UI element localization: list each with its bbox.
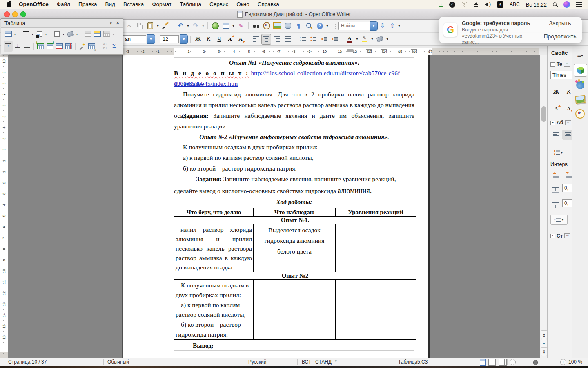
collapse-icon[interactable]: −	[550, 62, 555, 67]
redo-button[interactable]: ↷	[191, 20, 200, 31]
draw-functions-button[interactable]: ✎	[236, 20, 246, 31]
increase-spacing-button[interactable]	[550, 170, 562, 180]
zoom-slider-thumb[interactable]	[533, 360, 538, 365]
exp2-actions-cell[interactable]: К полученным осадкам в двух пробирках пр…	[174, 280, 254, 340]
highlight-button[interactable]: ✎	[360, 34, 370, 45]
help-button[interactable]: ?	[315, 20, 325, 31]
hyperlink-button[interactable]	[210, 20, 220, 31]
zoom-button[interactable]	[304, 20, 314, 31]
font-color-button[interactable]: А	[345, 34, 354, 45]
apple-menu-icon[interactable]	[7, 2, 11, 7]
styles-deck-button[interactable]	[574, 79, 586, 91]
sort-button[interactable]: А↓Я↑	[100, 41, 109, 52]
document-page[interactable]: Опыт №1 «Получение гидроксида алюминия».…	[122, 55, 430, 358]
notification-center-icon[interactable]	[576, 2, 582, 7]
wifi-icon[interactable]	[461, 2, 468, 7]
notification-close-button[interactable]: Закрыть	[538, 17, 582, 30]
menu-tools[interactable]: Сервис	[205, 0, 232, 9]
insert-table-button[interactable]	[221, 20, 231, 31]
next-page-button[interactable]: ▼▼	[541, 348, 548, 356]
redo-dropdown[interactable]: ▾	[201, 24, 205, 28]
exp1-title-cell[interactable]: Опыт №1.	[174, 217, 416, 224]
toolbar-overflow-dropdown[interactable]: ▾	[325, 24, 329, 28]
spotlight-icon[interactable]	[553, 2, 557, 7]
navigator-deck-button[interactable]	[574, 108, 586, 120]
dialog-launcher-icon[interactable]: ⋯	[564, 233, 570, 238]
column-marker[interactable]	[411, 49, 417, 54]
align-center-button[interactable]	[261, 34, 271, 45]
notification-continue-button[interactable]: Продолжить	[538, 30, 582, 43]
font-size-dropdown[interactable]: ▼	[180, 34, 188, 44]
line-style-button[interactable]	[21, 29, 30, 39]
bullet-list-button[interactable]	[308, 34, 318, 45]
paste-button[interactable]	[145, 20, 155, 31]
undo-button[interactable]: ↶	[176, 20, 185, 31]
delete-row-button[interactable]	[55, 41, 64, 52]
section-paragraph-header[interactable]: − Аб ⋯	[550, 120, 571, 126]
table-panel-titlebar[interactable]: Таблица ▾ ✕	[1, 19, 123, 28]
background-color-dropdown[interactable]: ▾	[385, 37, 389, 41]
formatting-marks-button[interactable]: ¶	[294, 20, 303, 31]
menu-insert[interactable]: Вставка	[119, 0, 148, 9]
sidebar-bold-button[interactable]: Ж	[550, 87, 562, 97]
book-view-button[interactable]	[499, 359, 505, 366]
font-name-combo[interactable]: an	[122, 35, 146, 43]
page-count[interactable]: Страница 10 / 37	[8, 359, 47, 365]
header-cell-observe[interactable]: Что наблюдаю	[254, 208, 336, 217]
menu-openoffice[interactable]: OpenOffice	[15, 0, 53, 9]
align-left-button[interactable]	[251, 34, 261, 45]
align-right-button[interactable]	[272, 34, 282, 45]
exp2-title-cell[interactable]: Опыт №2	[174, 272, 416, 280]
italic-button[interactable]: K	[204, 34, 214, 45]
eject-icon[interactable]	[474, 2, 479, 7]
borders-button[interactable]	[52, 29, 61, 39]
cut-button[interactable]: ✂	[124, 20, 134, 31]
google-password-notification[interactable]: G Google: требуется пароль Введите парол…	[439, 17, 582, 43]
justify-button[interactable]	[283, 34, 292, 45]
decrease-font-button[interactable]: А	[236, 34, 245, 45]
insert-column-button[interactable]: +	[45, 41, 54, 52]
download-status-icon[interactable]: ↓	[439, 2, 443, 7]
undo-dropdown[interactable]: ▾	[186, 24, 190, 28]
menu-window[interactable]: Окно	[232, 0, 253, 9]
column-marker[interactable]	[366, 49, 372, 54]
exp1-observation-cell[interactable]: Выделяется осадок гидроксида алюминия бе…	[254, 224, 336, 272]
table-toolbar-panel[interactable]: Таблица ▾ ✕ ▾ ▾ ▾ ▾ ▾ ▾ ↑ ↕ ↓ + +	[1, 18, 123, 54]
find-replace-button[interactable]	[251, 20, 261, 31]
collapse-icon[interactable]: −	[550, 121, 555, 125]
find-input[interactable]	[338, 22, 370, 30]
cursor-position[interactable]: Таблица5:C3	[398, 359, 428, 365]
background-color-button[interactable]	[375, 34, 385, 45]
menu-view[interactable]: Вид	[101, 0, 119, 9]
find-previous-button[interactable]: ⇧	[388, 20, 397, 31]
table-properties-button[interactable]: ⚙	[87, 41, 96, 52]
gallery-deck-button[interactable]	[574, 93, 586, 105]
table-background-button[interactable]	[66, 29, 75, 39]
toolbar-grip[interactable]	[335, 22, 336, 30]
copy-button[interactable]	[135, 20, 145, 31]
exp1-actions-cell[interactable]: налил раствор хлорида алюминия и прилил …	[174, 224, 254, 272]
zoom-out-button[interactable]: −	[510, 359, 516, 365]
dialog-launcher-icon[interactable]: ⋯	[565, 120, 571, 125]
data-sources-button[interactable]	[283, 20, 293, 31]
expand-icon[interactable]: +	[550, 234, 555, 238]
zoom-level[interactable]: 100 %	[568, 359, 582, 365]
bold-button[interactable]: Ж	[193, 34, 203, 45]
sidebar-align-left-button[interactable]	[550, 130, 562, 140]
vertical-ruler[interactable]: 1098765432112345678910111213141516	[0, 55, 8, 358]
menu-help[interactable]: Справка	[254, 0, 283, 9]
zoom-in-button[interactable]: +	[560, 359, 566, 365]
sidebar-increase-font-button[interactable]: А	[550, 103, 562, 114]
menu-edit[interactable]: Правка	[74, 0, 101, 9]
font-size-combo[interactable]: 12	[160, 35, 179, 43]
delete-column-button[interactable]	[64, 41, 73, 52]
menu-table[interactable]: Таблица	[176, 0, 205, 9]
autoformat-button[interactable]	[78, 41, 87, 52]
exp1-equations-cell[interactable]	[336, 224, 416, 272]
zoom-slider-track[interactable]	[517, 362, 559, 362]
multi-page-view-button[interactable]	[488, 359, 494, 366]
navigator-button[interactable]	[262, 20, 272, 31]
underline-button[interactable]: Ч	[214, 34, 224, 45]
insert-row-button[interactable]: +	[36, 41, 45, 52]
insert-table-dropdown[interactable]: ▾	[232, 24, 235, 28]
